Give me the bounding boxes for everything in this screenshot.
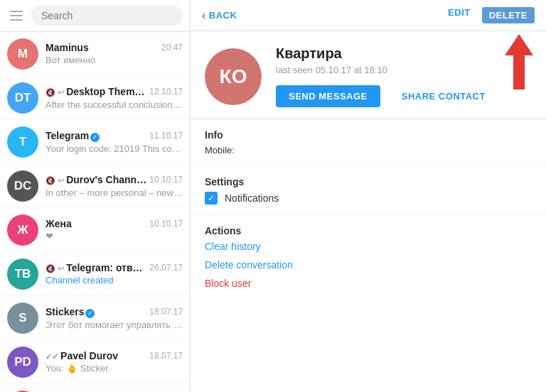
- menu-icon[interactable]: [7, 8, 26, 23]
- muted-icon: 🔇: [46, 88, 58, 97]
- chat-item-maminus[interactable]: MMaminus20:47Вот именно: [0, 32, 190, 76]
- profile-avatar: КО: [205, 48, 262, 105]
- profile-actions: SEND MESSAGE SHARE CONTACT: [276, 85, 532, 107]
- mobile-label: Mobile:: [205, 145, 235, 156]
- avatar: DC: [7, 170, 38, 202]
- info-section-title: Info: [205, 129, 532, 141]
- actions-section: Actions Clear history Delete conversatio…: [191, 215, 546, 306]
- chat-info: 🔇 ↩ Telegram: ответы ...26.07.17Channel …: [46, 262, 183, 285]
- chat-item-desktop-themes[interactable]: DT🔇 ↩ Desktop Themes...✓12.10.17After th…: [0, 76, 190, 120]
- chat-name: Telegram✓: [46, 130, 100, 142]
- profile-section: КО Квартира last seen 05.10.17 at 18:10 …: [191, 31, 546, 119]
- delete-button[interactable]: DELETE: [482, 7, 535, 23]
- chat-name: Жена: [46, 218, 72, 229]
- chat-time: 10.10.17: [149, 219, 183, 229]
- send-message-button[interactable]: SEND MESSAGE: [276, 85, 380, 107]
- chat-name: ✓✓ Pavel Durov: [46, 350, 118, 361]
- right-header: ‹ BACK EDIT DELETE: [191, 0, 546, 31]
- chat-info: Stickers✓18.07.17Этот бот помогает управ…: [46, 306, 183, 330]
- chat-name: Maminus: [46, 42, 89, 53]
- share-contact-button[interactable]: SHARE CONTACT: [389, 85, 498, 107]
- chat-info: Жена10.10.17❤: [46, 218, 183, 241]
- avatar: ТВ: [7, 258, 38, 290]
- right-panel: ‹ BACK EDIT DELETE КО Квартира last seen…: [191, 0, 546, 392]
- chat-time: 20:47: [161, 43, 183, 53]
- back-label: BACK: [209, 10, 237, 21]
- chat-time: 11.10.17: [149, 131, 183, 141]
- avatar: S: [7, 303, 38, 334]
- chat-preview: Этот бот помогает управлять ст...: [46, 320, 183, 330]
- notifications-checkbox[interactable]: ✓: [205, 192, 218, 205]
- chat-info: Maminus20:47Вот именно: [46, 42, 183, 65]
- chat-item-telegram-otvety[interactable]: ТВ🔇 ↩ Telegram: ответы ...26.07.17Channe…: [0, 252, 190, 296]
- info-section: Info Mobile:: [191, 119, 546, 166]
- muted-icon: 🔇: [46, 264, 58, 273]
- chat-time: 12.10.17: [149, 87, 183, 97]
- chat-preview: Channel created: [46, 275, 183, 285]
- notifications-row: ✓ Notifications: [205, 192, 532, 205]
- chat-preview: After the successful conclusion of...: [46, 99, 183, 110]
- chat-info: 🔇 ↩ Durov's Channel✓10.10.17In other – m…: [46, 174, 183, 198]
- header-actions: EDIT DELETE: [448, 7, 535, 23]
- chat-time: 26.07.17: [149, 263, 183, 273]
- chat-info: Telegram✓11.10.17Your login code: 21019 …: [46, 130, 183, 154]
- actions-section-title: Actions: [205, 225, 532, 236]
- chat-name: 🔇 ↩ Desktop Themes...✓: [46, 86, 146, 98]
- back-chevron-icon: ‹: [202, 9, 206, 22]
- profile-name: Квартира: [276, 45, 532, 62]
- sidebar: MMaminus20:47Вот именноDT🔇 ↩ Desktop The…: [0, 0, 191, 392]
- chat-info: 🔇 ↩ Desktop Themes...✓12.10.17After the …: [46, 86, 183, 110]
- chat-preview: You: 🖕 Sticker: [46, 363, 183, 374]
- settings-section-title: Settings: [205, 176, 532, 187]
- chat-name: Stickers✓: [46, 306, 95, 318]
- verified-icon: ✓: [90, 133, 100, 142]
- chat-list: MMaminus20:47Вот именноDT🔇 ↩ Desktop The…: [0, 32, 190, 392]
- chat-item-stickers[interactable]: SStickers✓18.07.17Этот бот помогает упра…: [0, 296, 190, 340]
- chat-info: ✓✓ Pavel Durov18.07.17You: 🖕 Sticker: [46, 350, 183, 374]
- chat-name: 🔇 ↩ Telegram: ответы ...: [46, 262, 146, 273]
- chat-time: 18.07.17: [149, 307, 183, 317]
- avatar: M: [7, 38, 38, 70]
- chat-preview: Вот именно: [46, 55, 183, 65]
- clear-history-button[interactable]: Clear history: [205, 241, 532, 252]
- avatar: DT: [7, 82, 38, 114]
- avatar: Ж: [7, 214, 38, 246]
- chat-preview: In other – more personal – news, ...: [46, 187, 183, 198]
- block-user-button[interactable]: Block user: [205, 278, 532, 289]
- back-button[interactable]: ‹ BACK: [202, 9, 237, 22]
- notifications-label: Notifications: [225, 192, 279, 204]
- chat-item-telegram[interactable]: TTelegram✓11.10.17Your login code: 21019…: [0, 120, 190, 164]
- chat-item-durovs-channel[interactable]: DC🔇 ↩ Durov's Channel✓10.10.17In other –…: [0, 164, 190, 208]
- search-input[interactable]: [31, 6, 183, 26]
- chat-item-pavel-durov[interactable]: PD✓✓ Pavel Durov18.07.17You: 🖕 Sticker: [0, 340, 190, 384]
- chat-time: 10.10.17: [149, 175, 183, 185]
- mobile-row: Mobile:: [205, 145, 532, 156]
- avatar: PD: [7, 347, 38, 378]
- chat-item-zhena[interactable]: ЖЖена10.10.17❤: [0, 208, 190, 252]
- delete-conversation-button[interactable]: Delete conversation: [205, 259, 532, 271]
- profile-info: Квартира last seen 05.10.17 at 18:10 SEN…: [276, 45, 532, 107]
- verified-icon: ✓: [85, 309, 95, 318]
- profile-avatar-text: КО: [220, 65, 247, 88]
- chat-time: 18.07.17: [149, 351, 183, 361]
- chat-preview: Your login code: 21019 This code ...: [46, 143, 183, 154]
- chat-name: 🔇 ↩ Durov's Channel✓: [46, 174, 146, 186]
- chat-item-ukrainian[interactable]: UUkrainian: [0, 384, 190, 392]
- settings-section: Settings ✓ Notifications: [191, 166, 546, 215]
- profile-status: last seen 05.10.17 at 18:10: [276, 65, 532, 75]
- chat-preview: ❤: [46, 231, 183, 241]
- sidebar-header: [0, 0, 190, 32]
- avatar: T: [7, 126, 38, 158]
- edit-button[interactable]: EDIT: [448, 7, 471, 23]
- muted-icon: 🔇: [46, 176, 58, 185]
